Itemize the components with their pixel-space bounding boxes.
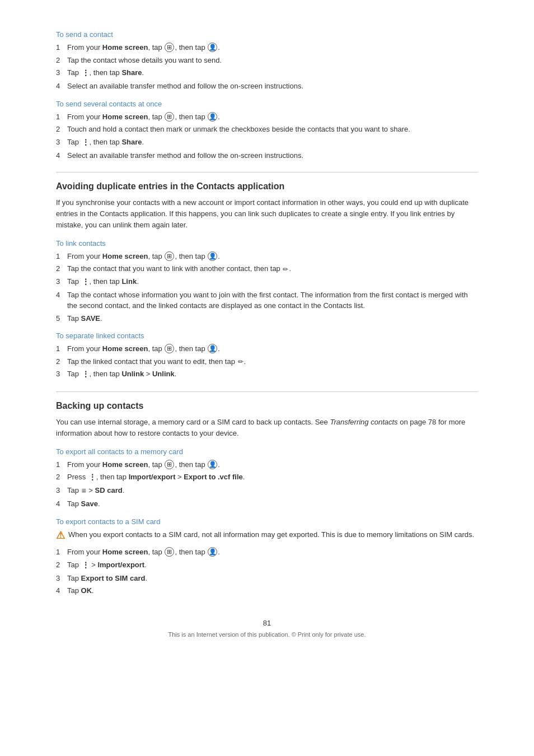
person-icon: 👤 bbox=[208, 112, 217, 122]
send-several-heading: To send several contacts at once bbox=[56, 100, 478, 108]
import-export-label: Import/export bbox=[97, 561, 144, 569]
person-icon: 👤 bbox=[208, 460, 217, 469]
backing-up-heading: Backing up contacts bbox=[56, 401, 478, 411]
link-label: Link bbox=[121, 277, 137, 286]
link-contacts-list: 1 From your Home screen, tap , then tap … bbox=[56, 251, 478, 324]
save-label: Save bbox=[81, 500, 98, 508]
share-label: Share bbox=[121, 68, 142, 77]
person-icon: 👤 bbox=[208, 547, 217, 557]
sd-card-label: SD card bbox=[95, 486, 123, 494]
export-sim-heading: To export contacts to a SIM card bbox=[56, 517, 478, 526]
list-item: 3 Tap ⋮, then tap Share. bbox=[56, 67, 478, 79]
export-memory-list: 1 From your Home screen, tap , then tap … bbox=[56, 459, 478, 510]
send-contact-heading: To send a contact bbox=[56, 30, 478, 39]
unlink-label-2: Unlink bbox=[152, 370, 175, 378]
export-memory-heading: To export all contacts to a memory card bbox=[56, 447, 478, 456]
list-item: 1 From your Home screen, tap , then tap … bbox=[56, 459, 478, 470]
list-item: 5 Tap SAVE. bbox=[56, 313, 478, 324]
ok-label: OK bbox=[81, 586, 92, 595]
list-item: 1 From your Home screen, tap , then tap … bbox=[56, 111, 478, 123]
footer-note: This is an Internet version of this publ… bbox=[168, 631, 366, 638]
backing-up-body: You can use internal storage, a memory c… bbox=[56, 417, 478, 439]
person-icon: 👤 bbox=[208, 251, 217, 261]
list-item: 4 Tap OK. bbox=[56, 585, 478, 596]
list-item: 3 Tap ⋮, then tap Unlink > Unlink. bbox=[56, 368, 478, 380]
dots-icon: ⋮ bbox=[82, 368, 89, 380]
avoid-duplicates-section: Avoiding duplicate entries in the Contac… bbox=[56, 172, 478, 231]
separate-contacts-section: To separate linked contacts 1 From your … bbox=[56, 332, 478, 380]
list-item: 3 Tap ⋮, then tap Link. bbox=[56, 276, 478, 288]
bold-text: Home screen bbox=[102, 460, 148, 469]
list-item: 3 Tap ≡ > SD card. bbox=[56, 485, 478, 497]
warning-text: When you export contacts to a SIM card, … bbox=[68, 529, 478, 540]
grid-icon bbox=[165, 251, 174, 261]
bold-text: Home screen bbox=[102, 548, 148, 556]
grid-icon bbox=[165, 112, 174, 122]
person-icon: 👤 bbox=[208, 43, 217, 52]
backing-up-section: Backing up contacts You can use internal… bbox=[56, 391, 478, 439]
grid-icon bbox=[165, 547, 174, 557]
export-sim-list: 1 From your Home screen, tap , then tap … bbox=[56, 547, 478, 596]
page-number: 81 bbox=[56, 619, 478, 627]
dots-icon: ⋮ bbox=[82, 137, 89, 148]
bold-text: Home screen bbox=[102, 113, 148, 121]
export-memory-section: To export all contacts to a memory card … bbox=[56, 447, 478, 510]
italic-text: Transferring contacts bbox=[330, 418, 397, 426]
bold-text: Home screen bbox=[102, 43, 148, 52]
dots-icon: ⋮ bbox=[82, 559, 89, 571]
list-item: 3 Tap Export to SIM card. bbox=[56, 573, 478, 584]
bold-text: Home screen bbox=[102, 344, 148, 353]
page: To send a contact 1 From your Home scree… bbox=[0, 0, 534, 756]
list-item: 2 Tap the contact whose details you want… bbox=[56, 55, 478, 66]
export-vcf-label: Export to .vcf file bbox=[184, 473, 242, 481]
share-label: Share bbox=[121, 138, 142, 146]
pencil-icon: ✏ bbox=[238, 357, 243, 367]
dots-icon: ⋮ bbox=[82, 67, 89, 79]
export-sim-label: Export to SIM card bbox=[81, 574, 146, 582]
warning-row: ⚠ When you export contacts to a SIM card… bbox=[56, 529, 478, 542]
list-item: 1 From your Home screen, tap , then tap … bbox=[56, 547, 478, 558]
avoid-duplicates-heading: Avoiding duplicate entries in the Contac… bbox=[56, 181, 478, 192]
list-item: 4 Tap Save. bbox=[56, 498, 478, 510]
list-item: 1 From your Home screen, tap , then tap … bbox=[56, 343, 478, 354]
export-sim-section: To export contacts to a SIM card ⚠ When … bbox=[56, 517, 478, 596]
list-item: 1 From your Home screen, tap , then tap … bbox=[56, 42, 478, 53]
send-contact-list: 1 From your Home screen, tap , then tap … bbox=[56, 42, 478, 92]
separate-contacts-heading: To separate linked contacts bbox=[56, 332, 478, 340]
grid-icon bbox=[165, 460, 174, 469]
list-item: 4 Select an available transfer method an… bbox=[56, 81, 478, 92]
pencil-icon: ✏ bbox=[283, 264, 288, 274]
dots-icon: ⋮ bbox=[82, 276, 89, 288]
list-item: 4 Tap the contact whose information you … bbox=[56, 290, 478, 311]
dots-icon: ⋮ bbox=[88, 472, 96, 483]
warning-icon: ⚠ bbox=[56, 529, 65, 542]
list-item: 3 Tap ⋮, then tap Share. bbox=[56, 137, 478, 148]
save-label: SAVE bbox=[81, 314, 100, 323]
list-item: 2 Tap the linked contact that you want t… bbox=[56, 356, 478, 367]
avoid-duplicates-body: If you synchronise your contacts with a … bbox=[56, 197, 478, 231]
grid-icon bbox=[165, 43, 174, 52]
bold-text: Home screen bbox=[102, 252, 148, 260]
send-contact-section: To send a contact 1 From your Home scree… bbox=[56, 30, 478, 92]
list-item: 2 Tap the contact that you want to link … bbox=[56, 263, 478, 274]
list-item: 2 Press ⋮, then tap Import/export > Expo… bbox=[56, 472, 478, 483]
link-contacts-heading: To link contacts bbox=[56, 239, 478, 248]
list-item: 2 Tap ⋮ > Import/export. bbox=[56, 559, 478, 571]
import-export-label: Import/export bbox=[129, 473, 176, 481]
list-item: 2 Touch and hold a contact then mark or … bbox=[56, 124, 478, 135]
link-contacts-section: To link contacts 1 From your Home screen… bbox=[56, 239, 478, 324]
grid-icon bbox=[165, 344, 174, 353]
lines-icon: ≡ bbox=[82, 485, 86, 497]
page-footer: 81 This is an Internet version of this p… bbox=[56, 619, 478, 638]
list-item: 4 Select an available transfer method an… bbox=[56, 150, 478, 161]
send-several-list: 1 From your Home screen, tap , then tap … bbox=[56, 111, 478, 161]
separate-contacts-list: 1 From your Home screen, tap , then tap … bbox=[56, 343, 478, 380]
person-icon: 👤 bbox=[208, 344, 217, 353]
list-item: 1 From your Home screen, tap , then tap … bbox=[56, 251, 478, 262]
unlink-label: Unlink bbox=[121, 370, 144, 378]
send-several-section: To send several contacts at once 1 From … bbox=[56, 100, 478, 161]
